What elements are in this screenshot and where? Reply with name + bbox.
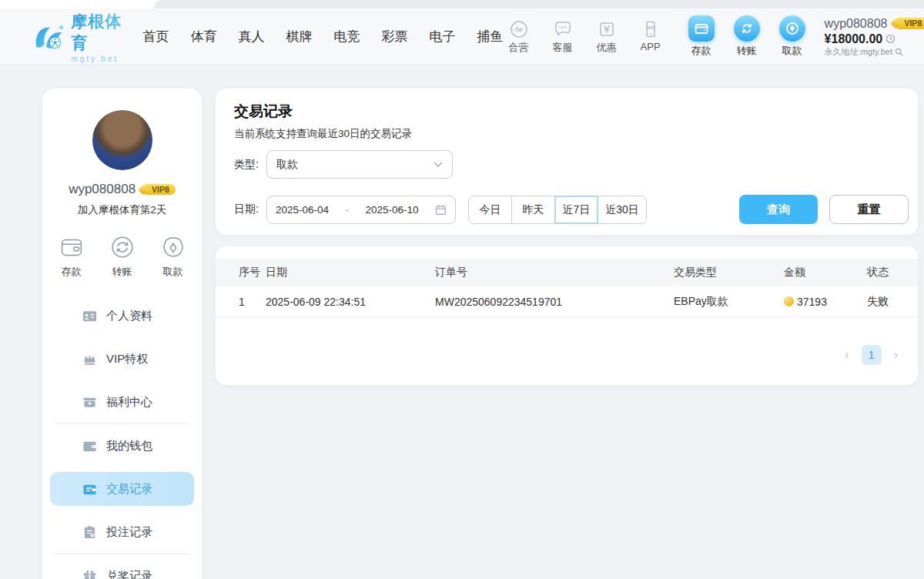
date-to: 2025-06-10 bbox=[365, 204, 418, 216]
page-title: 交易记录 bbox=[234, 102, 909, 122]
app-download-button[interactable]: APP APP bbox=[635, 19, 666, 55]
transfer-outline-icon bbox=[108, 233, 137, 262]
crown-icon bbox=[82, 352, 97, 366]
cell-order: MW202506092234519701 bbox=[435, 296, 674, 308]
deposit-outline-icon bbox=[57, 233, 86, 262]
date-separator: - bbox=[346, 204, 350, 216]
svg-text:APP: APP bbox=[646, 25, 654, 30]
sidebar-deposit-button[interactable]: 存款 bbox=[57, 233, 86, 279]
col-type: 交易类型 bbox=[674, 266, 784, 279]
prize-record-icon bbox=[82, 569, 97, 579]
date-label: 日期: bbox=[234, 202, 266, 216]
perma-link[interactable]: 永久地址:mgty.bet bbox=[825, 47, 892, 58]
col-status: 状态 bbox=[867, 266, 918, 279]
sidebar-quick-actions: 存款 转账 取款 bbox=[42, 233, 202, 279]
partnership-button[interactable]: 合营 bbox=[504, 19, 534, 55]
welfare-box-icon bbox=[82, 395, 97, 410]
pagination: ‹ 1 › bbox=[216, 345, 918, 365]
nav-item-lottery[interactable]: 彩票 bbox=[382, 28, 408, 45]
sidebar-withdraw-button[interactable]: 取款 bbox=[159, 233, 188, 279]
sidebar-item-welfare[interactable]: 福利中心 bbox=[42, 380, 202, 423]
current-page[interactable]: 1 bbox=[862, 345, 882, 365]
deposit-icon bbox=[688, 15, 715, 42]
wallet-icon bbox=[82, 439, 97, 453]
date-from: 2025-06-04 bbox=[276, 204, 329, 216]
vip-badge: VIP8 bbox=[894, 18, 924, 29]
balance-amount: ¥18000.00 bbox=[825, 32, 883, 47]
top-header: 摩根体育 mgty.bet 首页 体育 真人 棋牌 电竞 彩票 电子 捕鱼 合营 bbox=[0, 8, 924, 65]
wallet-actions: 存款 转账 取款 bbox=[685, 15, 809, 58]
col-no: 序号 bbox=[239, 266, 266, 279]
search-icon[interactable] bbox=[895, 48, 903, 56]
cell-type: EBPay取款 bbox=[674, 295, 784, 309]
col-amount: 金额 bbox=[784, 266, 867, 279]
prev-page-icon[interactable]: ‹ bbox=[845, 349, 849, 361]
nav-item-home[interactable]: 首页 bbox=[143, 28, 169, 45]
coin-icon bbox=[784, 296, 794, 306]
id-card-icon bbox=[82, 309, 97, 323]
brand-logo[interactable]: 摩根体育 mgty.bet bbox=[34, 11, 126, 63]
search-button[interactable]: 查询 bbox=[739, 195, 818, 224]
range-yesterday[interactable]: 昨天 bbox=[512, 196, 555, 223]
type-select-value: 取款 bbox=[276, 158, 298, 172]
reset-button[interactable]: 重置 bbox=[829, 195, 909, 224]
range-30days[interactable]: 近30日 bbox=[598, 196, 646, 223]
brand-name: 摩根体育 bbox=[71, 11, 126, 54]
sidebar-item-profile[interactable]: 个人资料 bbox=[42, 294, 202, 337]
sidebar-transfer-button[interactable]: 转账 bbox=[108, 233, 137, 279]
promo-button[interactable]: 优惠 bbox=[591, 19, 622, 55]
type-select[interactable]: 取款 bbox=[266, 150, 453, 179]
sidebar-item-bets[interactable]: 投注记录 bbox=[42, 510, 202, 554]
table-header-row: 序号 日期 订单号 交易类型 金额 状态 bbox=[216, 259, 918, 286]
withdraw-icon bbox=[779, 15, 805, 42]
transfer-icon bbox=[734, 15, 760, 42]
sidebar-item-vip[interactable]: VIP特权 bbox=[42, 337, 202, 380]
nav-item-live[interactable]: 真人 bbox=[239, 28, 265, 45]
range-today[interactable]: 今日 bbox=[469, 196, 512, 223]
handshake-icon bbox=[509, 19, 529, 39]
withdraw-button[interactable]: 取款 bbox=[775, 15, 809, 58]
cell-amount: 37193 bbox=[784, 296, 867, 308]
withdraw-outline-icon bbox=[159, 233, 188, 262]
nav-item-sports[interactable]: 体育 bbox=[191, 28, 217, 45]
sidebar-item-wallet[interactable]: 我的钱包 bbox=[42, 424, 202, 467]
cell-status: 失败 bbox=[867, 295, 918, 309]
username[interactable]: wyp080808 bbox=[825, 16, 888, 32]
range-7days[interactable]: 近7日 bbox=[555, 196, 598, 223]
nav-item-esports[interactable]: 电竞 bbox=[334, 28, 360, 45]
type-label: 类型: bbox=[234, 158, 266, 172]
brand-domain: mgty.bet bbox=[71, 55, 126, 63]
support-button[interactable]: 客服 bbox=[547, 19, 578, 55]
nav-item-fishing[interactable]: 捕鱼 bbox=[477, 28, 504, 45]
deposit-button[interactable]: 存款 bbox=[685, 15, 718, 58]
sidebar-username: wyp080808 bbox=[69, 182, 136, 197]
main-nav: 首页 体育 真人 棋牌 电竞 彩票 电子 捕鱼 bbox=[143, 28, 504, 45]
nav-item-cards[interactable]: 棋牌 bbox=[286, 28, 313, 45]
cell-no: 1 bbox=[239, 296, 266, 308]
quick-range-group: 今日 昨天 近7日 近30日 bbox=[468, 196, 647, 224]
col-date: 日期 bbox=[266, 266, 435, 279]
next-page-icon[interactable]: › bbox=[894, 349, 898, 361]
sidebar-avatar[interactable] bbox=[92, 110, 152, 170]
utility-group: 合营 客服 优惠 APP bbox=[504, 19, 666, 55]
browser-chrome bbox=[0, 0, 924, 8]
col-order: 订单号 bbox=[435, 266, 674, 279]
nav-item-slots[interactable]: 电子 bbox=[430, 28, 456, 45]
sidebar-menu: 个人资料 VIP特权 福利中心 我的钱包 bbox=[42, 294, 202, 579]
transaction-table-card: 序号 日期 订单号 交易类型 金额 状态 1 2025-06-09 22:34:… bbox=[216, 246, 918, 385]
joined-days-text: 加入摩根体育第2天 bbox=[42, 203, 202, 217]
transaction-filter-card: 交易记录 当前系统支持查询最近30日的交易记录 类型: 取款 日期: 2025-… bbox=[216, 89, 918, 235]
calendar-icon bbox=[435, 204, 447, 216]
transaction-record-icon bbox=[82, 482, 97, 497]
date-range-input[interactable]: 2025-06-04 - 2025-06-10 bbox=[266, 196, 456, 224]
refresh-balance-icon[interactable] bbox=[886, 34, 896, 44]
chevron-down-icon bbox=[434, 162, 443, 168]
page-subtitle: 当前系统支持查询最近30日的交易记录 bbox=[234, 127, 909, 141]
sidebar-item-transactions[interactable]: 交易记录 bbox=[50, 472, 194, 506]
user-info: wyp080808 VIP8 ¥18000.00 永久地址:mgty.bet bbox=[825, 16, 924, 58]
support-chat-icon bbox=[553, 19, 573, 39]
app-icon: APP bbox=[641, 19, 661, 39]
sidebar-item-prizes[interactable]: 兑奖记录 bbox=[42, 554, 202, 579]
brand-logo-icon bbox=[34, 20, 65, 54]
transfer-button[interactable]: 转账 bbox=[730, 15, 764, 58]
